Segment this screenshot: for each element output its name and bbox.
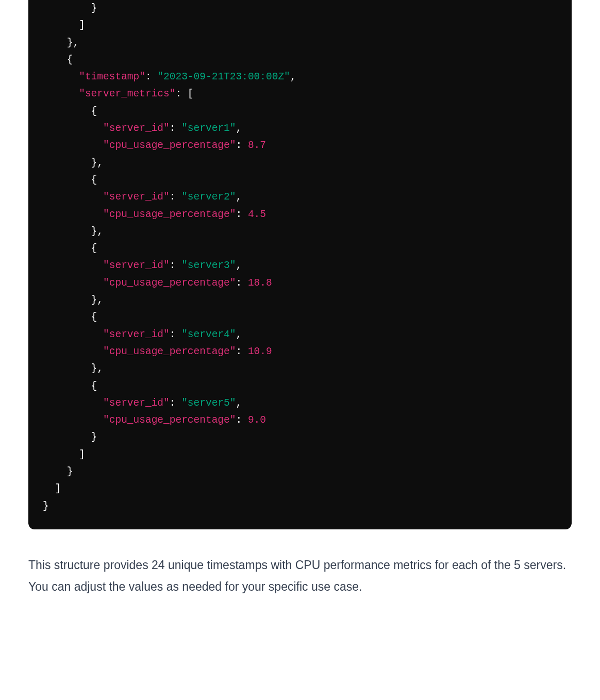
code-token: [43, 329, 103, 340]
code-token: :: [170, 191, 181, 203]
code-token: "server4": [181, 329, 236, 340]
explanation-text: This structure provides 24 unique timest…: [28, 554, 572, 597]
code-token: 10.9: [248, 346, 272, 357]
code-token: :: [170, 397, 181, 409]
code-token: 4.5: [248, 209, 266, 220]
code-token: },: [43, 294, 103, 306]
code-token: }: [43, 466, 73, 477]
code-token: "cpu_usage_percentage": [103, 209, 236, 220]
code-token: "server5": [181, 397, 236, 409]
code-token: ,: [236, 191, 242, 203]
code-token: }: [43, 431, 97, 443]
code-token: "server_metrics": [79, 88, 175, 99]
code-token: 18.8: [248, 277, 272, 289]
code-token: }: [43, 501, 49, 512]
code-token: [43, 346, 103, 357]
code-token: ]: [43, 483, 61, 494]
code-token: 9.0: [248, 414, 266, 426]
code-block[interactable]: } ] }, { "timestamp": "2023-09-21T23:00:…: [28, 0, 572, 529]
code-token: {: [43, 106, 97, 117]
code-token: ,: [236, 329, 242, 340]
code-token: "cpu_usage_percentage": [103, 140, 236, 151]
code-token: :: [236, 209, 247, 220]
code-token: "server1": [181, 123, 236, 134]
code-token: "server_id": [103, 329, 170, 340]
code-token: [43, 140, 103, 151]
code-token: [43, 209, 103, 220]
code-token: ,: [236, 123, 242, 134]
code-token: [43, 277, 103, 289]
code-token: "cpu_usage_percentage": [103, 414, 236, 426]
code-token: [43, 71, 79, 82]
code-token: {: [43, 243, 97, 254]
code-token: ,: [236, 260, 242, 271]
code-token: :: [170, 329, 181, 340]
code-token: [43, 191, 103, 203]
code-token: : [: [175, 88, 193, 99]
code-token: {: [43, 380, 97, 392]
code-token: :: [236, 346, 247, 357]
code-token: {: [43, 311, 97, 323]
code-token: :: [170, 260, 181, 271]
code-token: ,: [236, 397, 242, 409]
code-token: [43, 397, 103, 409]
code-token: "2023-09-21T23:00:00Z": [157, 71, 290, 82]
code-token: :: [236, 140, 247, 151]
code-token: :: [145, 71, 157, 82]
code-token: "server_id": [103, 123, 170, 134]
code-token: },: [43, 363, 103, 374]
code-token: {: [43, 174, 97, 186]
code-token: }: [43, 3, 97, 14]
code-token: "server_id": [103, 191, 170, 203]
code-token: [43, 123, 103, 134]
code-token: "server3": [181, 260, 236, 271]
code-token: "cpu_usage_percentage": [103, 346, 236, 357]
code-token: },: [43, 226, 103, 237]
chat-message: } ] }, { "timestamp": "2023-09-21T23:00:…: [0, 0, 600, 597]
code-token: "cpu_usage_percentage": [103, 277, 236, 289]
code-token: [43, 414, 103, 426]
code-token: "server2": [181, 191, 236, 203]
code-token: ,: [290, 71, 296, 82]
code-token: [43, 88, 79, 99]
code-token: :: [236, 277, 247, 289]
code-token: :: [170, 123, 181, 134]
code-token: ]: [43, 449, 85, 460]
code-token: "server_id": [103, 397, 170, 409]
code-token: },: [43, 37, 79, 48]
code-token: [43, 260, 103, 271]
code-token: },: [43, 157, 103, 169]
code-token: "server_id": [103, 260, 170, 271]
code-token: ]: [43, 20, 85, 31]
code-token: :: [236, 414, 247, 426]
code-token: 8.7: [248, 140, 266, 151]
code-token: "timestamp": [79, 71, 145, 82]
code-token: {: [43, 54, 73, 65]
